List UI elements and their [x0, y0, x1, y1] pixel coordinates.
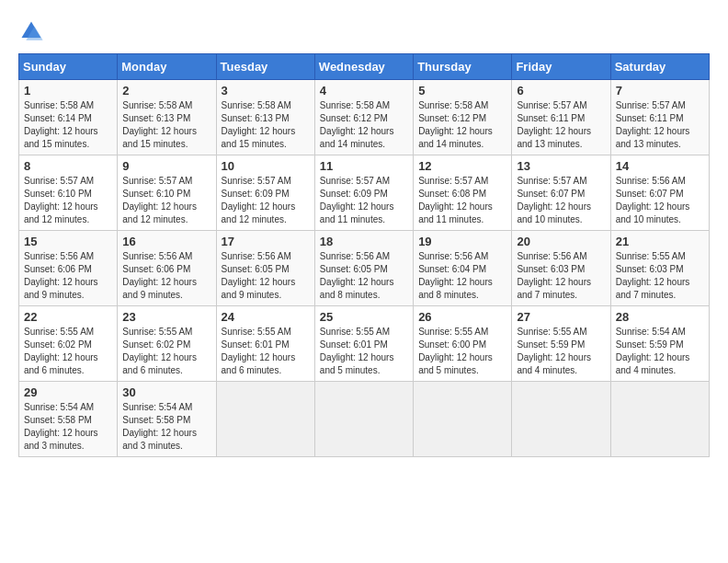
day-of-week-header: Monday [118, 54, 216, 80]
day-number: 22 [24, 310, 112, 324]
calendar-cell: 5 Sunrise: 5:58 AM Sunset: 6:12 PM Dayli… [414, 80, 512, 155]
day-number: 9 [122, 159, 210, 173]
calendar-cell: 19 Sunrise: 5:56 AM Sunset: 6:04 PM Dayl… [414, 231, 512, 306]
cell-info: Sunrise: 5:58 AM Sunset: 6:12 PM Dayligh… [418, 99, 506, 151]
cell-info: Sunrise: 5:58 AM Sunset: 6:13 PM Dayligh… [122, 99, 210, 151]
calendar-week-row: 1 Sunrise: 5:58 AM Sunset: 6:14 PM Dayli… [19, 80, 710, 155]
calendar-cell: 16 Sunrise: 5:56 AM Sunset: 6:06 PM Dayl… [118, 231, 216, 306]
cell-info: Sunrise: 5:57 AM Sunset: 6:09 PM Dayligh… [222, 175, 310, 226]
cell-info: Sunrise: 5:56 AM Sunset: 6:05 PM Dayligh… [222, 250, 310, 302]
day-number: 30 [122, 385, 210, 399]
logo-icon [18, 18, 44, 44]
day-number: 24 [222, 310, 310, 324]
calendar-cell: 21 Sunrise: 5:55 AM Sunset: 6:03 PM Dayl… [610, 231, 709, 306]
cell-info: Sunrise: 5:57 AM Sunset: 6:09 PM Dayligh… [320, 175, 408, 226]
cell-info: Sunrise: 5:58 AM Sunset: 6:14 PM Dayligh… [24, 99, 112, 151]
day-number: 27 [517, 310, 605, 324]
calendar-cell: 8 Sunrise: 5:57 AM Sunset: 6:10 PM Dayli… [19, 155, 118, 231]
day-number: 5 [418, 84, 506, 98]
calendar-week-row: 8 Sunrise: 5:57 AM Sunset: 6:10 PM Dayli… [19, 155, 710, 231]
day-number: 18 [320, 235, 408, 248]
day-of-week-header: Sunday [19, 54, 118, 80]
calendar-table: SundayMondayTuesdayWednesdayThursdayFrid… [18, 53, 710, 457]
day-number: 20 [517, 235, 605, 248]
day-of-week-header: Friday [512, 54, 610, 80]
calendar-cell: 22 Sunrise: 5:55 AM Sunset: 6:02 PM Dayl… [19, 306, 118, 382]
day-number: 10 [222, 159, 310, 173]
day-number: 17 [222, 235, 310, 248]
cell-info: Sunrise: 5:56 AM Sunset: 6:03 PM Dayligh… [517, 250, 605, 302]
day-number: 15 [24, 235, 112, 248]
calendar-cell [610, 382, 709, 457]
cell-info: Sunrise: 5:55 AM Sunset: 6:01 PM Dayligh… [222, 326, 310, 377]
cell-info: Sunrise: 5:55 AM Sunset: 5:59 PM Dayligh… [517, 326, 605, 377]
day-number: 13 [517, 159, 605, 173]
cell-info: Sunrise: 5:55 AM Sunset: 6:02 PM Dayligh… [24, 326, 112, 377]
cell-info: Sunrise: 5:56 AM Sunset: 6:05 PM Dayligh… [320, 250, 408, 302]
day-number: 26 [418, 310, 506, 324]
calendar-week-row: 29 Sunrise: 5:54 AM Sunset: 5:58 PM Dayl… [19, 382, 710, 457]
day-of-week-header: Wednesday [314, 54, 413, 80]
day-number: 19 [418, 235, 506, 248]
calendar-cell: 10 Sunrise: 5:57 AM Sunset: 6:09 PM Dayl… [216, 155, 314, 231]
cell-info: Sunrise: 5:55 AM Sunset: 6:03 PM Dayligh… [616, 250, 704, 302]
calendar-cell: 20 Sunrise: 5:56 AM Sunset: 6:03 PM Dayl… [512, 231, 610, 306]
calendar-cell: 29 Sunrise: 5:54 AM Sunset: 5:58 PM Dayl… [19, 382, 118, 457]
cell-info: Sunrise: 5:57 AM Sunset: 6:11 PM Dayligh… [517, 99, 605, 151]
cell-info: Sunrise: 5:56 AM Sunset: 6:06 PM Dayligh… [24, 250, 112, 302]
calendar-cell: 6 Sunrise: 5:57 AM Sunset: 6:11 PM Dayli… [512, 80, 610, 155]
calendar-cell [314, 382, 413, 457]
cell-info: Sunrise: 5:57 AM Sunset: 6:10 PM Dayligh… [24, 175, 112, 226]
cell-info: Sunrise: 5:54 AM Sunset: 5:58 PM Dayligh… [24, 401, 112, 453]
calendar-week-row: 15 Sunrise: 5:56 AM Sunset: 6:06 PM Dayl… [19, 231, 710, 306]
calendar-cell: 13 Sunrise: 5:57 AM Sunset: 6:07 PM Dayl… [512, 155, 610, 231]
cell-info: Sunrise: 5:56 AM Sunset: 6:04 PM Dayligh… [418, 250, 506, 302]
day-number: 14 [616, 159, 704, 173]
cell-info: Sunrise: 5:57 AM Sunset: 6:10 PM Dayligh… [122, 175, 210, 226]
calendar-cell: 17 Sunrise: 5:56 AM Sunset: 6:05 PM Dayl… [216, 231, 314, 306]
day-of-week-header: Saturday [610, 54, 709, 80]
calendar-cell: 4 Sunrise: 5:58 AM Sunset: 6:12 PM Dayli… [314, 80, 413, 155]
page-header [18, 18, 710, 44]
calendar-week-row: 22 Sunrise: 5:55 AM Sunset: 6:02 PM Dayl… [19, 306, 710, 382]
day-number: 4 [320, 84, 408, 98]
calendar-cell: 27 Sunrise: 5:55 AM Sunset: 5:59 PM Dayl… [512, 306, 610, 382]
calendar-cell: 11 Sunrise: 5:57 AM Sunset: 6:09 PM Dayl… [314, 155, 413, 231]
calendar-cell: 1 Sunrise: 5:58 AM Sunset: 6:14 PM Dayli… [19, 80, 118, 155]
cell-info: Sunrise: 5:58 AM Sunset: 6:13 PM Dayligh… [222, 99, 310, 151]
cell-info: Sunrise: 5:57 AM Sunset: 6:08 PM Dayligh… [418, 175, 506, 226]
calendar-cell: 14 Sunrise: 5:56 AM Sunset: 6:07 PM Dayl… [610, 155, 709, 231]
cell-info: Sunrise: 5:55 AM Sunset: 6:02 PM Dayligh… [122, 326, 210, 377]
calendar-cell: 26 Sunrise: 5:55 AM Sunset: 6:00 PM Dayl… [414, 306, 512, 382]
calendar-cell: 9 Sunrise: 5:57 AM Sunset: 6:10 PM Dayli… [118, 155, 216, 231]
calendar-header-row: SundayMondayTuesdayWednesdayThursdayFrid… [19, 54, 710, 80]
day-number: 11 [320, 159, 408, 173]
day-number: 8 [24, 159, 112, 173]
day-of-week-header: Thursday [414, 54, 512, 80]
calendar-cell: 25 Sunrise: 5:55 AM Sunset: 6:01 PM Dayl… [314, 306, 413, 382]
day-number: 29 [24, 385, 112, 399]
calendar-cell: 30 Sunrise: 5:54 AM Sunset: 5:58 PM Dayl… [118, 382, 216, 457]
cell-info: Sunrise: 5:57 AM Sunset: 6:11 PM Dayligh… [616, 99, 704, 151]
day-number: 7 [616, 84, 704, 98]
calendar-cell: 28 Sunrise: 5:54 AM Sunset: 5:59 PM Dayl… [610, 306, 709, 382]
day-number: 21 [616, 235, 704, 248]
calendar-cell [216, 382, 314, 457]
cell-info: Sunrise: 5:55 AM Sunset: 6:00 PM Dayligh… [418, 326, 506, 377]
calendar-cell: 3 Sunrise: 5:58 AM Sunset: 6:13 PM Dayli… [216, 80, 314, 155]
day-number: 2 [122, 84, 210, 98]
day-number: 16 [122, 235, 210, 248]
day-number: 23 [122, 310, 210, 324]
day-number: 3 [222, 84, 310, 98]
cell-info: Sunrise: 5:54 AM Sunset: 5:58 PM Dayligh… [122, 401, 210, 453]
calendar-cell: 18 Sunrise: 5:56 AM Sunset: 6:05 PM Dayl… [314, 231, 413, 306]
calendar-cell: 15 Sunrise: 5:56 AM Sunset: 6:06 PM Dayl… [19, 231, 118, 306]
cell-info: Sunrise: 5:55 AM Sunset: 6:01 PM Dayligh… [320, 326, 408, 377]
calendar-cell [512, 382, 610, 457]
calendar-cell [414, 382, 512, 457]
calendar-cell: 23 Sunrise: 5:55 AM Sunset: 6:02 PM Dayl… [118, 306, 216, 382]
calendar-cell: 12 Sunrise: 5:57 AM Sunset: 6:08 PM Dayl… [414, 155, 512, 231]
cell-info: Sunrise: 5:54 AM Sunset: 5:59 PM Dayligh… [616, 326, 704, 377]
day-number: 25 [320, 310, 408, 324]
logo [18, 18, 48, 44]
